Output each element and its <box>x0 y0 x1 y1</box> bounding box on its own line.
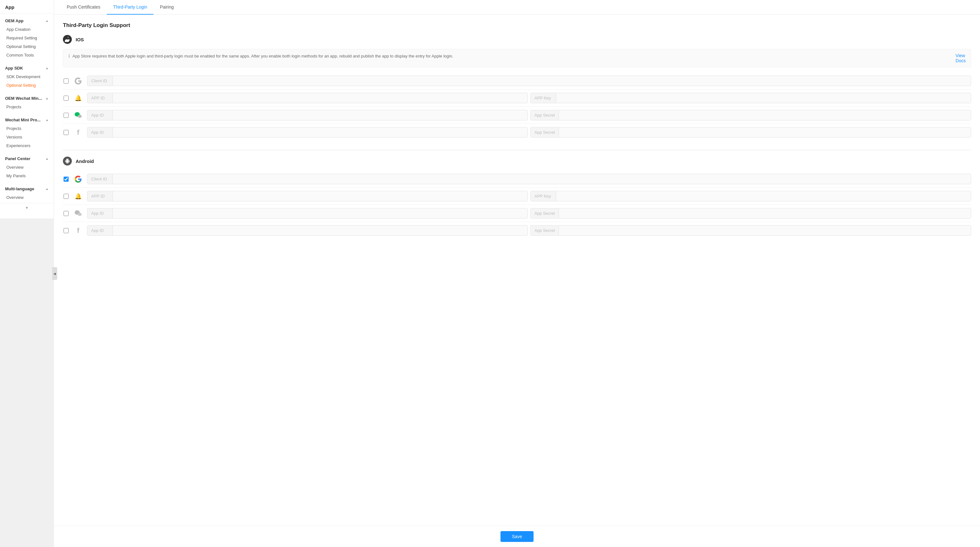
ios-facebook-icon: f <box>77 128 79 137</box>
ios-facebook-row: f App ID App Secret <box>63 124 971 141</box>
android-qq-app-id-input[interactable] <box>113 191 528 201</box>
ios-facebook-checkbox[interactable] <box>64 130 68 135</box>
sidebar-section-panel-center-header[interactable]: Panel Center ▲ <box>0 154 54 163</box>
sidebar-section-multilang-header[interactable]: Multi-language ▲ <box>0 184 54 193</box>
chevron-up-icon-panel: ▲ <box>45 157 49 161</box>
sidebar-item-optional-setting-oem[interactable]: Optional Setting <box>0 42 54 51</box>
android-facebook-app-secret-input[interactable] <box>559 226 971 235</box>
ios-platform-icon <box>63 35 72 44</box>
android-facebook-checkbox-container <box>63 227 69 234</box>
tab-pairing[interactable]: Pairing <box>153 0 180 14</box>
ios-wechat-app-id-input[interactable] <box>113 110 528 120</box>
info-icon: ℹ <box>68 53 70 59</box>
android-google-checkbox[interactable] <box>64 177 68 182</box>
sidebar-section-oem-app-header[interactable]: OEM App ▲ <box>0 16 54 25</box>
ios-google-checkbox[interactable] <box>64 78 68 84</box>
ios-google-row: Client ID <box>63 72 971 89</box>
android-google-fields: Client ID <box>87 174 971 184</box>
ios-facebook-app-secret-input[interactable] <box>559 127 971 137</box>
sidebar: App OEM App ▲ App Creation Required Sett… <box>0 0 54 219</box>
android-wechat-checkbox-container <box>63 210 69 217</box>
ios-qq-app-id-field: APP ID <box>87 93 528 103</box>
chevron-up-icon-sdk: ▲ <box>45 67 49 70</box>
ios-wechat-app-id-field: App ID <box>87 110 528 120</box>
ios-google-client-id-input[interactable] <box>113 76 971 86</box>
save-button[interactable]: Save <box>501 531 533 542</box>
ios-google-client-id-label: Client ID <box>88 76 113 86</box>
ios-info-bar: ℹ App Store requires that both Apple log… <box>63 49 971 67</box>
content-area: Third-Party Login Support IOS ℹ App Stor… <box>54 14 980 526</box>
sidebar-item-wechat-experiencers[interactable]: Experiencers <box>0 142 54 150</box>
ios-facebook-app-id-input[interactable] <box>113 127 528 137</box>
platform-divider <box>63 149 971 150</box>
android-wechat-app-id-label: App ID <box>88 208 113 218</box>
sidebar-item-wechat-versions[interactable]: Versions <box>0 133 54 142</box>
android-facebook-logo: f <box>73 226 83 236</box>
sidebar-item-required-setting[interactable]: Required Setting <box>0 34 54 42</box>
ios-qq-app-id-input[interactable] <box>113 93 528 103</box>
android-wechat-app-id-input[interactable] <box>113 208 528 218</box>
android-facebook-app-id-input[interactable] <box>113 226 528 235</box>
sidebar-item-panel-overview[interactable]: Overview <box>0 163 54 172</box>
android-qq-logo: 🔔 <box>73 191 83 201</box>
ios-section: IOS ℹ App Store requires that both Apple… <box>63 35 971 141</box>
sidebar-section-oem-app: OEM App ▲ App Creation Required Setting … <box>0 13 54 60</box>
sidebar-resize-handle[interactable]: ◀ <box>52 267 57 280</box>
view-docs-link[interactable]: ViewDocs <box>956 53 966 63</box>
ios-google-logo <box>73 76 83 86</box>
ios-wechat-row: App ID App Secret <box>63 107 971 124</box>
sidebar-item-my-panels[interactable]: My Panels <box>0 172 54 180</box>
ios-facebook-app-secret-field: App Secret <box>530 127 971 138</box>
android-facebook-app-secret-label: App Secret <box>531 226 559 235</box>
sidebar-item-wechat-projects[interactable]: Projects <box>0 124 54 133</box>
sidebar-item-multilang-overview[interactable]: Overview <box>0 193 54 202</box>
android-qq-checkbox[interactable] <box>64 194 68 199</box>
android-qq-app-key-input[interactable] <box>556 191 971 201</box>
sidebar-item-optional-setting-sdk[interactable]: Optional Setting <box>0 81 54 89</box>
chevron-up-icon-oem-wechat: ▲ <box>45 97 49 100</box>
sidebar-section-oem-wechat-header[interactable]: OEM Wechat Min... ▲ <box>0 94 54 103</box>
android-wechat-logo <box>73 208 83 219</box>
ios-qq-checkbox-container <box>63 95 69 101</box>
ios-wechat-app-secret-field: App Secret <box>530 110 971 120</box>
sidebar-collapse-button[interactable]: ▼ <box>0 203 54 212</box>
android-wechat-app-secret-field: App Secret <box>530 208 971 219</box>
ios-facebook-app-id-field: App ID <box>87 127 528 138</box>
ios-platform-header: IOS <box>63 35 971 44</box>
ios-wechat-checkbox[interactable] <box>64 113 68 118</box>
sidebar-item-sdk-development[interactable]: SDK Development <box>0 72 54 81</box>
android-facebook-app-secret-field: App Secret <box>530 225 971 236</box>
android-facebook-app-id-field: App ID <box>87 225 528 236</box>
sidebar-section-app-sdk-header[interactable]: App SDK ▲ <box>0 64 54 72</box>
ios-platform-name: IOS <box>76 37 84 42</box>
android-qq-app-id-field: APP ID <box>87 191 528 201</box>
ios-google-fields: Client ID <box>87 76 971 86</box>
android-google-checkbox-container <box>63 176 69 182</box>
android-wechat-row: App ID App Secret <box>63 205 971 222</box>
sidebar-section-wechat-mini: Wechat Mini Pro... ▲ Projects Versions E… <box>0 113 54 151</box>
android-platform-icon <box>63 157 72 165</box>
sidebar-item-app-creation[interactable]: App Creation <box>0 25 54 34</box>
ios-wechat-app-id-label: App ID <box>88 110 113 120</box>
ios-qq-app-key-input[interactable] <box>556 93 971 103</box>
sidebar-section-wechat-mini-header[interactable]: Wechat Mini Pro... ▲ <box>0 116 54 124</box>
android-wechat-checkbox[interactable] <box>64 211 68 216</box>
ios-wechat-fields: App ID App Secret <box>87 110 971 120</box>
ios-wechat-app-secret-input[interactable] <box>559 110 971 120</box>
tab-bar: Push Certificates Third-Party Login Pair… <box>54 0 980 14</box>
page-title: Third-Party Login Support <box>63 22 971 29</box>
sidebar-item-oem-wechat-projects[interactable]: Projects <box>0 103 54 111</box>
tab-third-party-login[interactable]: Third-Party Login <box>107 0 153 14</box>
ios-wechat-logo <box>73 110 83 120</box>
footer: Save <box>54 526 980 547</box>
sidebar-section-oem-wechat: OEM Wechat Min... ▲ Projects <box>0 91 54 113</box>
android-wechat-app-secret-input[interactable] <box>559 208 971 218</box>
android-facebook-checkbox[interactable] <box>64 228 68 233</box>
sidebar-item-common-tools[interactable]: Common Tools <box>0 51 54 59</box>
ios-facebook-fields: App ID App Secret <box>87 127 971 138</box>
android-qq-icon: 🔔 <box>75 193 82 200</box>
tab-push-certificates[interactable]: Push Certificates <box>60 0 107 14</box>
ios-qq-checkbox[interactable] <box>64 95 68 101</box>
android-google-client-id-label: Client ID <box>88 174 113 184</box>
android-google-client-id-input[interactable] <box>113 174 971 184</box>
